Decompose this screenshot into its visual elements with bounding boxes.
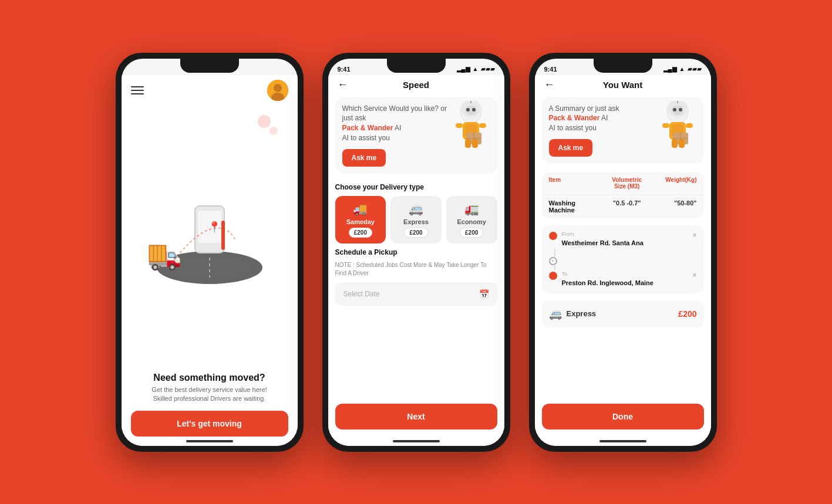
pickup-note: NOTE : Scheduled Jobs Cost More & May Ta… <box>335 261 497 278</box>
phone-2-content: ← Speed Which Service Would you like? or… <box>328 75 504 446</box>
delivery-options-list: 🚚 Sameday £200 🚐 Express £200 🚛 Economy … <box>335 196 497 243</box>
delivery-section-label: Choose your Delivery type <box>335 183 497 191</box>
done-button[interactable]: Done <box>542 404 704 429</box>
route-card: From Westheimer Rd. Santa Ana × + To <box>542 225 704 293</box>
status-time-3: 9:41 <box>544 66 557 73</box>
svg-rect-25 <box>465 139 471 148</box>
delivery-section: Choose your Delivery type 🚚 Sameday £200… <box>328 178 504 243</box>
economy-icon: 🚛 <box>464 202 479 216</box>
robot-illustration-3 <box>659 104 697 151</box>
td-weight: "50-80" <box>655 199 697 214</box>
svg-point-31 <box>679 108 682 111</box>
phone-2: 9:41 ▂▄▆ ▲ ▰▰▰ ← Speed Which Service Wou… <box>322 53 510 452</box>
svg-text:📍: 📍 <box>208 221 221 234</box>
phone-1-text-block: Need something moved? Get the best deliv… <box>151 368 267 411</box>
hamburger-menu[interactable] <box>131 86 144 94</box>
svg-rect-26 <box>472 139 478 148</box>
svg-text:🚚: 🚚 <box>147 238 182 272</box>
robot-svg <box>452 101 490 151</box>
th-volume: VolumetricSize (M3) <box>599 177 655 190</box>
sameday-icon: 🚚 <box>353 202 368 216</box>
td-item: WashingMachine <box>549 199 599 214</box>
route-line <box>554 249 555 257</box>
user-avatar[interactable] <box>267 80 288 101</box>
hero-question-3: A Summary or just ask Pack & Wander AI A… <box>549 104 654 133</box>
express-icon: 🚐 <box>409 202 423 216</box>
hero-illustration: 📍 🚚 <box>131 103 288 368</box>
isometric-scene: 📍 🚚 <box>145 177 274 294</box>
svg-point-1 <box>274 84 282 92</box>
to-address: Preston Rd. Inglewood, Maine <box>562 279 654 286</box>
back-button-3[interactable]: ← <box>544 79 555 91</box>
brand-name: Pack & Wander <box>342 124 393 132</box>
hero-section: Which Service Would you like? or just as… <box>335 97 497 174</box>
hamburger-line-2 <box>131 90 144 91</box>
battery-icon: ▰▰▰ <box>481 66 495 72</box>
signal-icon: ▂▄▆ <box>457 66 470 72</box>
next-button[interactable]: Next <box>335 404 497 429</box>
route-to: To Preston Rd. Inglewood, Maine × <box>549 271 697 287</box>
phone-1-header <box>131 75 288 103</box>
phone-3-header: ← You Want <box>535 75 711 92</box>
service-truck-icon: 🚐 <box>549 307 562 320</box>
brand-name-3: Pack & Wander <box>549 114 600 122</box>
phone-3-notch <box>594 59 652 73</box>
add-stop-dot[interactable]: + <box>549 257 557 265</box>
td-volume: "0.5 -0.7" <box>599 199 655 214</box>
back-button[interactable]: ← <box>338 79 348 91</box>
wifi-icon-3: ▲ <box>679 66 685 72</box>
status-icons: ▂▄▆ ▲ ▰▰▰ <box>457 66 495 72</box>
svg-rect-42 <box>679 139 685 148</box>
phone-1-notch <box>180 59 239 73</box>
phone-3: 9:41 ▂▄▆ ▲ ▰▰▰ ← You Want A Summary or j… <box>529 53 717 452</box>
service-left: 🚐 Express <box>549 307 597 320</box>
deco-dot-1 <box>258 115 271 128</box>
sameday-label: Sameday <box>346 218 375 225</box>
phone-3-home-indicator <box>599 440 646 442</box>
ask-me-button-3[interactable]: Ask me <box>549 139 593 157</box>
from-dot <box>549 232 557 240</box>
get-moving-button[interactable]: Let's get moving <box>131 411 288 437</box>
sameday-price: £200 <box>349 228 372 238</box>
calendar-icon: 📅 <box>479 289 489 299</box>
route-connector: + <box>549 249 697 270</box>
from-address: Westheimer Rd. Santa Ana <box>562 239 644 246</box>
svg-rect-24 <box>479 123 486 128</box>
date-input-field[interactable]: Select Date 📅 <box>335 282 497 306</box>
route-line-2 <box>554 265 555 270</box>
phone-1: 📍 🚚 Need something moved? Get the best d… <box>116 53 304 452</box>
delivery-option-economy[interactable]: 🚛 Economy £200 <box>446 196 497 243</box>
pickup-section: Schedule a Pickup NOTE : Scheduled Jobs … <box>328 243 504 306</box>
phone-1-home-indicator <box>186 440 233 442</box>
phone-3-content: ← You Want A Summary or just ask Pack & … <box>535 75 711 446</box>
hero-text-3: A Summary or just ask Pack & Wander AI A… <box>549 104 659 157</box>
svg-point-15 <box>472 108 476 111</box>
economy-price: £200 <box>460 228 483 238</box>
from-address-block: From Westheimer Rd. Santa Ana <box>562 231 688 248</box>
phone-1-content: 📍 🚚 Need something moved? Get the best d… <box>122 75 298 446</box>
economy-label: Economy <box>457 218 486 225</box>
to-close-btn[interactable]: × <box>692 271 696 279</box>
to-label: To <box>562 271 688 277</box>
pickup-title: Schedule a Pickup <box>335 248 497 256</box>
phone-1-subtitle: Get the best delivery service value here… <box>151 385 267 404</box>
delivery-option-express[interactable]: 🚐 Express £200 <box>390 196 442 243</box>
robot-illustration <box>452 104 490 151</box>
battery-icon-3: ▰▰▰ <box>688 66 702 72</box>
delivery-option-sameday[interactable]: 🚚 Sameday £200 <box>335 196 386 243</box>
svg-rect-23 <box>456 123 463 128</box>
hero-question: Which Service Would you like? or just as… <box>342 104 447 143</box>
status-time: 9:41 <box>338 66 351 73</box>
robot-svg-3 <box>659 101 697 151</box>
ask-me-button[interactable]: Ask me <box>342 149 386 167</box>
phone-2-screen: 9:41 ▂▄▆ ▲ ▰▰▰ ← Speed Which Service Wou… <box>328 59 504 446</box>
route-from: From Westheimer Rd. Santa Ana × <box>549 231 697 248</box>
hamburger-line-3 <box>131 93 144 94</box>
svg-rect-40 <box>686 123 693 128</box>
phone-1-screen: 📍 🚚 Need something moved? Get the best d… <box>122 59 298 446</box>
phone-3-screen: 9:41 ▂▄▆ ▲ ▰▰▰ ← You Want A Summary or j… <box>535 59 711 446</box>
to-address-block: To Preston Rd. Inglewood, Maine <box>562 271 688 287</box>
svg-rect-9 <box>221 221 225 250</box>
summary-table: Item VolumetricSize (M3) Weight(Kg) Wash… <box>542 172 704 218</box>
from-close-btn[interactable]: × <box>692 231 696 239</box>
